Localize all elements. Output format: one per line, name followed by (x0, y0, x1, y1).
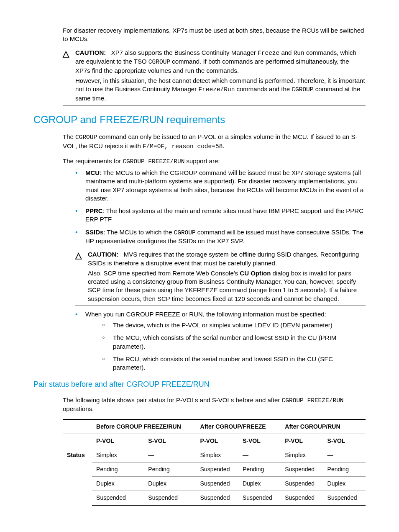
code: CGROUP (75, 134, 97, 141)
table-cell: — (144, 448, 196, 463)
row-header: Status (63, 448, 92, 505)
text: XP7 also supports the Business Continuit… (111, 49, 258, 56)
list-item: When you run CGROUP FREEZE or RUN, the f… (75, 310, 366, 372)
table-subheader: S-VOL (323, 434, 366, 448)
intro-paragraph: For disaster recovery implementations, X… (63, 26, 366, 44)
sub-list: The device, which is the P-VOL or simple… (102, 321, 366, 372)
text: : The MCUs to which the (103, 229, 174, 236)
table-cell: Suspended (196, 463, 238, 477)
divider (63, 105, 366, 105)
bold-text: CU Option (240, 270, 271, 277)
table-cell: — (323, 448, 366, 463)
table-row: Suspended Suspended Suspended Suspended … (63, 491, 366, 505)
list-item: MCU: The MCUs to which the CGROUP comman… (75, 169, 366, 203)
table-row: Status Simplex — Simplex — Simplex — (63, 448, 366, 463)
text: The following table shows pair status fo… (63, 396, 282, 403)
paragraph: The CGROUP command can only be issued to… (63, 133, 366, 151)
table-cell: Suspended (281, 477, 323, 491)
table-cell: Suspended (92, 491, 144, 505)
code: Freeze (258, 50, 279, 57)
table-cell: Duplex (92, 477, 144, 491)
specify-list: When you run CGROUP FREEZE or RUN, the f… (75, 310, 366, 372)
bullet-label: MCU (85, 169, 100, 176)
code: CGROUP (148, 59, 170, 65)
table-subheader (63, 434, 92, 448)
table-subheader: P-VOL (196, 434, 238, 448)
table-header: Before CGROUP FREEZE/RUN (92, 419, 196, 434)
list-item: The device, which is the P-VOL or simple… (102, 321, 366, 329)
text: and (279, 49, 293, 56)
text: Also, SCP time specified from Remote Web… (88, 270, 240, 277)
code: CGROUP FREEZE/RUN (123, 158, 184, 165)
text: : The host systems at the main and remot… (85, 207, 363, 223)
table-cell: Suspended (281, 491, 323, 505)
table-head: Before CGROUP FREEZE/RUN After CGROUP/FR… (63, 419, 366, 448)
table-cell: Duplex (238, 477, 281, 491)
divider (75, 306, 366, 306)
table-cell: Pending (144, 463, 196, 477)
text: The (63, 133, 75, 140)
table-cell: Pending (92, 463, 144, 477)
table-cell: Duplex (323, 477, 366, 491)
table-cell: — (238, 448, 281, 463)
caution-icon: △ (75, 250, 88, 260)
code: CGROUP FREEZE/RUN (282, 397, 344, 404)
table-cell: Suspended (144, 491, 196, 505)
code: F/M=0F, reason code=58 (143, 143, 223, 150)
code: CGROUP (174, 229, 195, 236)
table-header (63, 419, 92, 434)
table-row: Pending Pending Suspended Pending Suspen… (63, 463, 366, 477)
list-item: The MCU, which consists of the serial nu… (102, 334, 366, 351)
table-header: After CGROUP/RUN (281, 419, 366, 434)
list-item: SSIDs: The MCUs to which the CGROUP comm… (75, 228, 366, 246)
table-subheader: S-VOL (144, 434, 196, 448)
list-item: The RCU, which consists of the serial nu… (102, 355, 366, 372)
table-cell: Pending (238, 463, 281, 477)
table-subheader: P-VOL (281, 434, 323, 448)
section-heading-pair-status: Pair status before and after CGROUP FREE… (33, 379, 366, 389)
text: . (223, 142, 224, 149)
table-cell: Simplex (196, 448, 238, 463)
table-cell: Suspended (323, 491, 366, 505)
paragraph: The requirements for CGROUP FREEZE/RUN s… (63, 157, 366, 166)
text: When you run CGROUP FREEZE or RUN, the f… (85, 311, 326, 318)
list-item: PPRC: The host systems at the main and r… (75, 207, 366, 224)
caution-block-1: △ CAUTION: XP7 also supports the Busines… (63, 49, 366, 105)
code: Run (294, 50, 304, 57)
table-subheader: P-VOL (92, 434, 144, 448)
table-cell: Suspended (238, 491, 281, 505)
table-header: After CGROUP/FREEZE (196, 419, 281, 434)
text: commands and the (235, 85, 292, 93)
code: Freeze/Run (198, 86, 235, 93)
requirements-list: MCU: The MCUs to which the CGROUP comman… (75, 169, 366, 245)
paragraph: The following table shows pair status fo… (63, 396, 366, 414)
table-cell: Suspended (281, 463, 323, 477)
table-cell: Suspended (196, 491, 238, 505)
caution-label: CAUTION: (88, 251, 118, 258)
section-heading-cgroup-requirements: CGROUP and FREEZE/RUN requirements (33, 113, 366, 126)
text: : The MCUs to which the CGROUP command w… (85, 169, 363, 202)
caution-label: CAUTION: (75, 49, 106, 56)
caution-icon: △ (63, 49, 75, 58)
text: operations. (63, 405, 94, 412)
table-cell: Simplex (281, 448, 323, 463)
table-cell: Pending (323, 463, 366, 477)
bullet-label: SSIDs (85, 229, 103, 236)
pair-status-table: Before CGROUP FREEZE/RUN After CGROUP/FR… (63, 419, 366, 505)
table-body: Status Simplex — Simplex — Simplex — Pen… (63, 448, 366, 505)
text: The requirements for (63, 157, 123, 164)
table-row: Duplex Duplex Suspended Duplex Suspended… (63, 477, 366, 491)
code: CGROUP (292, 86, 313, 93)
bullet-label: PPRC (85, 207, 103, 214)
text: MVS requires that the storage system be … (88, 251, 359, 266)
table-cell: Suspended (196, 477, 238, 491)
table-subheader: S-VOL (238, 434, 281, 448)
table-cell: Simplex (92, 448, 144, 463)
text: support are: (184, 157, 220, 164)
caution-block-2: △ CAUTION: MVS requires that the storage… (75, 250, 366, 306)
table-cell: Duplex (144, 477, 196, 491)
